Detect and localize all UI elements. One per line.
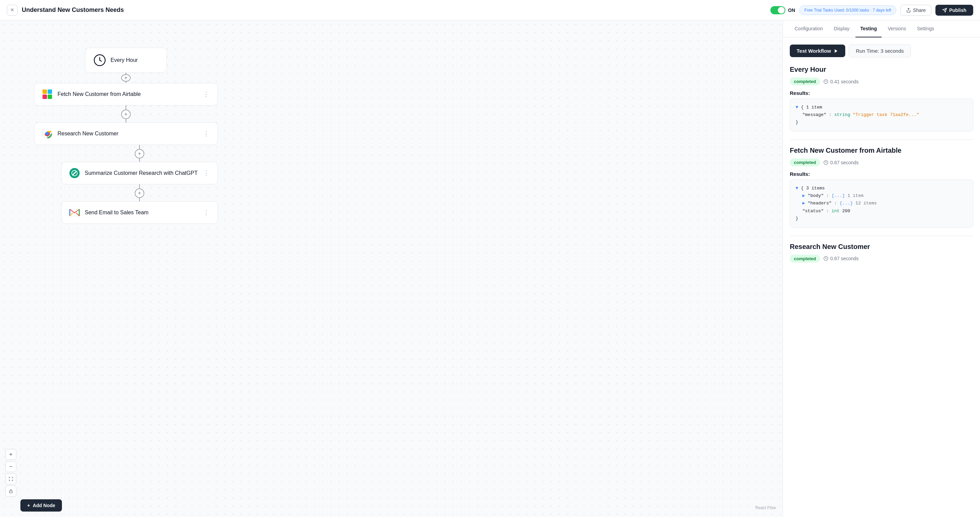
code-line-2: "message" : string "Trigger task 71aa2fe… (795, 111, 967, 119)
node-research-customer-menu[interactable]: ⋮ (202, 128, 211, 139)
result-research-customer: Research New Customer completed 0.67 sec… (790, 243, 973, 263)
result-every-hour-status-row: completed 0.41 seconds (790, 78, 973, 86)
divider-1 (790, 140, 973, 140)
time-fetch-airtable: 0.67 seconds (830, 160, 859, 165)
close-button[interactable]: × (7, 5, 18, 16)
fit-view-button[interactable] (5, 473, 16, 484)
share-button[interactable]: Share (900, 5, 931, 16)
toggle-wrap: ON (770, 6, 795, 14)
tab-display[interactable]: Display (829, 21, 854, 37)
clock-icon (824, 256, 828, 261)
node-research-customer-label: Research New Customer (57, 131, 198, 137)
code-fa-3: ▶ "headers" : {...} 12 items (795, 200, 967, 207)
time-info-research-customer: 0.67 seconds (824, 256, 859, 261)
code-block-fetch-airtable: ▼ { 3 items ▶ "body" : [...] 1 item ▶ "h… (790, 179, 973, 227)
test-workflow-label: Test Workflow (797, 48, 831, 54)
code-fa-1: ▼ { 3 items (795, 185, 967, 192)
code-fa-2: ▶ "body" : [...] 1 item (795, 192, 967, 200)
add-node-btn-3[interactable]: + (135, 149, 144, 159)
svg-rect-6 (43, 95, 47, 99)
react-flow-label: React Flow (756, 506, 776, 510)
topbar: × Understand New Customers Needs ON Free… (0, 0, 980, 21)
status-badge-fetch-airtable: completed (790, 159, 820, 167)
node-fetch-airtable-menu[interactable]: ⋮ (202, 89, 211, 99)
node-summarize-chatgpt-label: Summarize Customer Research with ChatGPT (85, 170, 198, 176)
node-every-hour-label: Every Hour (111, 57, 158, 63)
gmail-icon (68, 206, 81, 219)
time-info-every-hour: 0.41 seconds (824, 79, 859, 84)
code-fa-5: } (795, 215, 967, 222)
node-send-email[interactable]: Send Email to Sales Team ⋮ (61, 201, 218, 224)
publish-button[interactable]: Publish (935, 5, 973, 16)
status-badge-every-hour: completed (790, 78, 820, 86)
time-every-hour: 0.41 seconds (830, 79, 859, 84)
trial-badge: Free Trial Tasks Used: 0/1000 tasks · 7 … (799, 5, 896, 15)
chatgpt-icon (68, 167, 81, 179)
connector-4: + (61, 184, 218, 201)
code-fa-4: "status" : int 200 (795, 208, 967, 215)
test-workflow-button[interactable]: Test Workflow (790, 44, 845, 57)
add-node-bar[interactable]: + Add Node (21, 499, 62, 512)
clock-icon (824, 79, 828, 84)
svg-rect-7 (48, 95, 52, 99)
airtable-icon (41, 88, 53, 100)
connector-2: + (34, 105, 218, 122)
tab-settings[interactable]: Settings (912, 21, 939, 37)
divider-2 (790, 236, 973, 236)
add-node-btn-2[interactable]: + (121, 109, 130, 119)
results-label-fetch-airtable: Results: (790, 171, 973, 177)
tab-testing[interactable]: Testing (856, 21, 882, 37)
lock-button[interactable] (5, 486, 16, 496)
node-summarize-chatgpt-menu[interactable]: ⋮ (202, 168, 211, 178)
play-icon (834, 49, 838, 53)
connector-1: + (34, 73, 218, 83)
tabs: Configuration Display Testing Versions S… (783, 21, 980, 37)
publish-label: Publish (949, 8, 966, 13)
test-toolbar: Test Workflow Run Time: 3 seconds (790, 44, 973, 57)
code-line-3: } (795, 119, 967, 126)
runtime-label: Run Time: 3 seconds (856, 48, 904, 54)
toggle-label: ON (788, 8, 795, 13)
tab-configuration[interactable]: Configuration (790, 21, 827, 37)
chrome-icon (41, 128, 53, 140)
result-every-hour-title: Every Hour (790, 66, 973, 73)
connector-3: + (61, 145, 218, 162)
svg-point-10 (46, 132, 49, 135)
svg-rect-4 (43, 89, 47, 94)
svg-rect-5 (48, 89, 52, 94)
node-research-customer[interactable]: Research New Customer ⋮ (34, 122, 218, 145)
time-info-fetch-airtable: 0.67 seconds (824, 160, 859, 165)
node-every-hour[interactable]: Every Hour (85, 48, 167, 73)
page-title: Understand New Customers Needs (22, 6, 766, 14)
share-icon (906, 8, 911, 13)
zoom-in-button[interactable]: + (5, 449, 16, 460)
result-research-customer-status-row: completed 0.67 seconds (790, 255, 973, 263)
zoom-out-button[interactable]: − (5, 461, 16, 472)
add-node-btn-4[interactable]: + (135, 189, 144, 198)
result-fetch-airtable-status-row: completed 0.67 seconds (790, 159, 973, 167)
svg-rect-13 (10, 491, 13, 493)
result-fetch-airtable: Fetch New Customer from Airtable complet… (790, 147, 973, 227)
share-label: Share (913, 8, 926, 13)
results-label-every-hour: Results: (790, 90, 973, 96)
node-send-email-menu[interactable]: ⋮ (202, 208, 211, 218)
node-send-email-label: Send Email to Sales Team (85, 209, 198, 216)
panel-content: Test Workflow Run Time: 3 seconds Every … (783, 37, 980, 517)
canvas-controls: + − (5, 449, 16, 496)
add-node-label: Add Node (33, 503, 55, 508)
add-node-btn-1[interactable]: + (121, 74, 130, 82)
publish-icon (942, 8, 947, 13)
result-research-customer-title: Research New Customer (790, 243, 973, 251)
node-fetch-airtable[interactable]: Fetch New Customer from Airtable ⋮ (34, 83, 218, 105)
right-panel: Configuration Display Testing Versions S… (783, 21, 980, 517)
main-area: Every Hour + (0, 21, 980, 517)
result-every-hour: Every Hour completed 0.41 seconds Result… (790, 66, 973, 131)
node-fetch-airtable-label: Fetch New Customer from Airtable (57, 91, 198, 97)
clock-icon (94, 54, 106, 66)
node-summarize-chatgpt[interactable]: Summarize Customer Research with ChatGPT… (61, 162, 218, 184)
tab-versions[interactable]: Versions (883, 21, 911, 37)
status-badge-research-customer: completed (790, 255, 820, 263)
workflow-toggle[interactable] (770, 6, 785, 14)
workflow-canvas[interactable]: Every Hour + (0, 21, 783, 517)
clock-icon (824, 160, 828, 165)
